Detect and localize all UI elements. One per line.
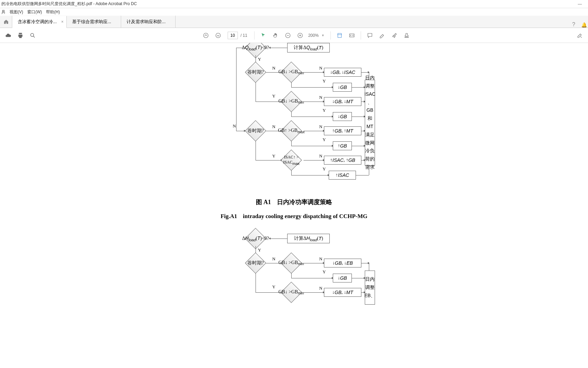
fit-width-button[interactable] (334, 30, 345, 41)
label-N: N (272, 124, 275, 129)
flow-connector (304, 292, 324, 293)
tab-label: 计及需求响应和阶... (127, 19, 166, 25)
figure-caption-en: Fig.A1 intraday cooling energy dispatchi… (141, 212, 447, 220)
label-Y: Y (272, 153, 275, 159)
save-cloud-button[interactable] (3, 30, 14, 41)
node-gbup-only: ↑ GB (333, 141, 352, 150)
zoom-in-button[interactable] (295, 30, 306, 41)
svg-line-1 (33, 36, 35, 37)
flow-connector (256, 160, 282, 160)
flow-connector (270, 48, 287, 48)
menu-bar: 具 视图(V) 窗口(W) 帮助(H) (0, 8, 588, 16)
print-button[interactable] (15, 30, 26, 41)
highlight-button[interactable] (377, 30, 388, 41)
close-icon[interactable]: × (61, 19, 64, 24)
flow-connector (291, 82, 292, 87)
node-gb1-down: ↓ GB (333, 83, 352, 92)
tab-document-2[interactable]: 基于综合需求响应... (67, 16, 121, 28)
search-button[interactable] (27, 30, 38, 41)
flow-connector (256, 273, 256, 292)
svg-point-2 (203, 33, 208, 38)
flow-connector (256, 102, 282, 102)
home-icon (3, 19, 9, 25)
node-gbup: GB↑ >GBmax (281, 120, 302, 141)
node-gbdown2: GB↓ >GBmin (281, 91, 302, 112)
menu-item-tools[interactable]: 具 (1, 9, 5, 15)
svg-rect-9 (338, 33, 342, 37)
hand-tool[interactable] (270, 30, 281, 41)
flow-connector (356, 175, 369, 175)
stamp-button[interactable] (401, 30, 412, 41)
fit-page-button[interactable] (346, 30, 357, 41)
node-calc-dh: 计算ΔHload(T) (287, 234, 330, 243)
flow-connector (304, 102, 324, 102)
svg-point-0 (31, 33, 34, 36)
document-viewport[interactable]: 计算ΔQload(T) ΔQload(T)<0? Y 谷时期? N GB↓ >G… (0, 43, 588, 368)
flow-connector (291, 273, 292, 278)
label-Y: Y (258, 247, 261, 253)
flow-connector (304, 263, 324, 263)
bell-icon[interactable]: 🔔 (580, 22, 588, 28)
node-gb-mt-up: ↑ GB, ↑ MT (324, 126, 361, 135)
minimize-button[interactable]: — (573, 2, 587, 6)
flow-connector (291, 170, 292, 175)
tab-bar: 含冰蓄冷空调的冷... × 基于综合需求响应... 计及需求响应和阶... ? … (0, 16, 588, 28)
window-title: 的冷热电联供型微网多时间尺度优化调度_程杉.pdf - Adobe Acroba… (1, 1, 137, 7)
flow-connector (291, 117, 333, 117)
home-tab[interactable] (0, 16, 12, 28)
node-gbdown-h1: GB↓ >GBmin (281, 252, 302, 274)
node-isac-gb-up: ↑ ISAC, ↑ GB (324, 156, 361, 165)
flow-connector (352, 146, 365, 146)
flow-connector (361, 102, 365, 102)
node-summary-vertical: 日内调整ISAC、GB和MT满足微网冷负荷的需求 (365, 80, 375, 166)
label-N: N (319, 95, 322, 100)
flow-connector (291, 175, 329, 175)
label-Y: Y (258, 57, 261, 62)
edit-pdf-button[interactable] (574, 30, 585, 41)
node-gb-isac-down: ↓ GB, ↓ ISAC (324, 68, 361, 77)
flow-connector (361, 263, 369, 263)
tab-document-3[interactable]: 计及需求响应和阶... (121, 16, 176, 28)
menu-item-view[interactable]: 视图(V) (10, 9, 23, 15)
label-N: N (319, 65, 322, 71)
node-summary-h-vertical: 日内调整EB、 (365, 271, 375, 305)
node-isacup: ISAC↑ >ISACmax (281, 150, 302, 171)
label-N: N (319, 153, 322, 159)
tab-label: 含冰蓄冷空调的冷... (18, 19, 57, 25)
flow-connector (369, 263, 369, 271)
flow-connector (352, 117, 365, 117)
flow-connector (361, 72, 369, 73)
help-icon[interactable]: ? (568, 21, 580, 28)
node-valley1: 谷时期? (245, 62, 266, 83)
tab-document-1[interactable]: 含冰蓄冷空调的冷... × (12, 16, 67, 28)
comment-button[interactable] (364, 30, 375, 41)
flow-connector (256, 82, 256, 102)
flow-connector (369, 166, 369, 175)
label-N: N (319, 256, 322, 262)
flow-connector (236, 48, 236, 131)
zoom-dropdown[interactable]: ▼ (321, 34, 324, 37)
node-gb-h1-down: ↓ GB (333, 274, 352, 282)
flow-connector (291, 278, 333, 278)
tab-label: 基于综合需求响应... (72, 19, 111, 25)
page-down-button[interactable] (213, 30, 224, 41)
flow-connector (236, 48, 245, 48)
flow-connector (291, 87, 333, 88)
page-up-button[interactable] (200, 30, 211, 41)
label-Y: Y (272, 284, 275, 290)
select-tool[interactable] (258, 30, 269, 41)
node-gb-mt-down: ↓ GB, ↓ MT (324, 97, 361, 106)
zoom-out-button[interactable] (282, 30, 293, 41)
flow-connector (361, 160, 365, 160)
node-isac-up: ↑ ISAC (329, 171, 356, 180)
label-N: N (272, 256, 275, 262)
page-number-input[interactable] (228, 32, 238, 39)
label-Y: Y (323, 108, 326, 113)
menu-item-window[interactable]: 窗口(W) (27, 9, 42, 15)
menu-item-help[interactable]: 帮助(H) (46, 9, 60, 15)
sign-button[interactable] (389, 30, 400, 41)
label-N: N (319, 286, 322, 291)
label-Y: Y (272, 93, 275, 99)
node-gbdown1: GB↓ >GBmin (281, 62, 302, 83)
flow-connector (256, 292, 282, 293)
